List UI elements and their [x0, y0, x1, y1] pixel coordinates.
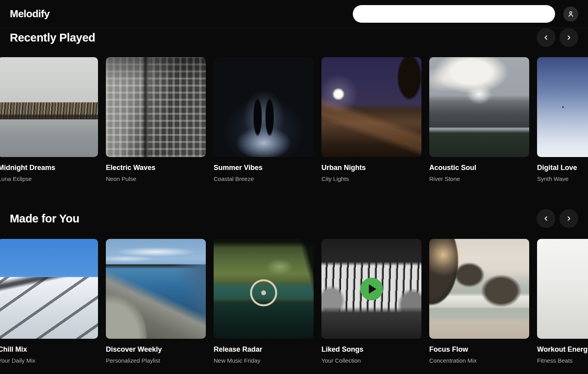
card-row: Chill Mix Your Daily Mix Discover Weekly… [0, 239, 588, 364]
main-content: Recently Played Midnight Dreams Luna E [0, 28, 588, 364]
app-header: Melodify [0, 0, 588, 28]
album-art [537, 239, 588, 339]
album-art [537, 57, 588, 157]
card-title: Summer Vibes [214, 163, 314, 172]
scroll-left-button[interactable] [537, 209, 555, 228]
card-title: Release Radar [214, 345, 314, 354]
card-title: Liked Songs [321, 345, 421, 354]
card-title: Electric Waves [106, 163, 206, 172]
search-input[interactable] [353, 5, 555, 23]
section-title: Recently Played [10, 31, 95, 44]
card-subtitle: Your Daily Mix [0, 357, 98, 364]
card-row: Midnight Dreams Luna Eclipse Electric Wa… [0, 57, 588, 182]
playlist-card-workout-energy[interactable]: Workout Energy Fitness Beats [537, 239, 588, 364]
scroll-left-button[interactable] [537, 28, 555, 47]
card-title: Discover Weekly [106, 345, 206, 354]
play-button[interactable] [360, 278, 383, 300]
card-title: Focus Flow [429, 345, 529, 354]
chevron-left-icon [543, 34, 550, 41]
card-subtitle: Concentration Mix [429, 357, 529, 364]
playlist-card-summer-vibes[interactable]: Summer Vibes Coastal Breeze [214, 57, 314, 182]
carousel-nav [537, 209, 578, 228]
chevron-right-icon [565, 34, 572, 41]
album-art [214, 239, 314, 339]
card-title: Digital Love [537, 163, 588, 172]
play-icon [369, 284, 376, 294]
playlist-card-digital-love[interactable]: Digital Love Synth Wave [537, 57, 588, 182]
playlist-card-focus-flow[interactable]: Focus Flow Concentration Mix [429, 239, 529, 364]
card-subtitle: River Stone [429, 175, 529, 182]
header-actions [353, 5, 578, 23]
album-art [106, 57, 206, 157]
album-art [0, 57, 98, 157]
card-title: Workout Energy [537, 345, 588, 354]
card-title: Midnight Dreams [0, 163, 98, 172]
album-art [106, 239, 206, 339]
playlist-card-electric-waves[interactable]: Electric Waves Neon Pulse [106, 57, 206, 182]
carousel-nav [537, 28, 578, 47]
card-subtitle: New Music Friday [214, 357, 314, 364]
card-title: Chill Mix [0, 345, 98, 354]
playlist-card-acoustic-soul[interactable]: Acoustic Soul River Stone [429, 57, 529, 182]
profile-button[interactable] [563, 7, 578, 22]
section-made-for-you: Made for You Chill Mix Your Daily Mix [0, 209, 588, 364]
section-header: Recently Played [0, 28, 588, 47]
card-subtitle: Luna Eclipse [0, 175, 98, 182]
card-title: Urban Nights [321, 163, 421, 172]
card-title: Acoustic Soul [429, 163, 529, 172]
album-art [429, 239, 529, 339]
scroll-right-button[interactable] [559, 28, 578, 47]
playlist-card-liked-songs[interactable]: Liked Songs Your Collection [321, 239, 421, 364]
app-logo: Melodify [10, 8, 49, 20]
card-subtitle: Neon Pulse [106, 175, 206, 182]
scroll-right-button[interactable] [559, 209, 578, 228]
chevron-left-icon [543, 215, 550, 222]
playlist-card-discover-weekly[interactable]: Discover Weekly Personalized Playlist [106, 239, 206, 364]
playlist-card-urban-nights[interactable]: Urban Nights City Lights [321, 57, 421, 182]
chevron-right-icon [565, 215, 572, 222]
card-subtitle: Synth Wave [537, 175, 588, 182]
section-title: Made for You [10, 212, 79, 225]
album-art [321, 239, 421, 339]
section-header: Made for You [0, 209, 588, 228]
album-art [0, 239, 98, 339]
card-subtitle: Personalized Playlist [106, 357, 206, 364]
album-art [214, 57, 314, 157]
card-subtitle: Coastal Breeze [214, 175, 314, 182]
playlist-card-chill-mix[interactable]: Chill Mix Your Daily Mix [0, 239, 98, 364]
user-icon [567, 10, 575, 18]
card-subtitle: Your Collection [321, 357, 421, 364]
album-art [429, 57, 529, 157]
playlist-card-midnight-dreams[interactable]: Midnight Dreams Luna Eclipse [0, 57, 98, 182]
album-art [321, 57, 421, 157]
card-subtitle: Fitness Beats [537, 357, 588, 364]
card-subtitle: City Lights [321, 175, 421, 182]
playlist-card-release-radar[interactable]: Release Radar New Music Friday [214, 239, 314, 364]
section-recently-played: Recently Played Midnight Dreams Luna E [0, 28, 588, 182]
